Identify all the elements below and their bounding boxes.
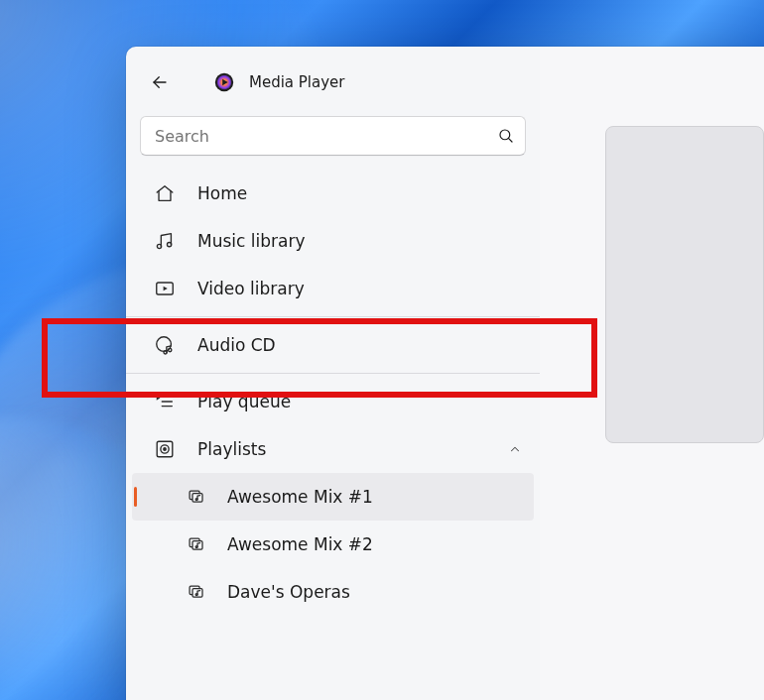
svg-point-19 [164, 448, 166, 450]
sidebar-item-label: Home [197, 183, 247, 203]
chevron-up-icon [508, 442, 522, 456]
svg-point-11 [164, 351, 167, 354]
svg-line-5 [508, 138, 512, 142]
playlist-icon [188, 487, 207, 507]
back-button[interactable] [144, 66, 176, 98]
playlists-icon [154, 438, 176, 460]
sidebar-item-label: Video library [197, 279, 305, 298]
svg-point-7 [167, 243, 171, 247]
sidebar-item-label: Play queue [197, 392, 291, 411]
playlists-sublist: Awesome Mix #1 Awesome Mix #2 Dave's Ope… [126, 473, 540, 616]
sidebar-item-label: Audio CD [197, 335, 276, 355]
playlist-item[interactable]: Awesome Mix #1 [132, 473, 534, 521]
sidebar-item-label: Playlists [197, 439, 266, 459]
playlist-label: Awesome Mix #2 [227, 534, 373, 554]
audio-cd-icon [154, 334, 176, 356]
sidebar-item-audio-cd[interactable]: Audio CD [126, 321, 540, 369]
divider [126, 373, 540, 374]
svg-point-6 [157, 244, 161, 248]
playlist-icon [188, 582, 207, 602]
sidebar-item-home[interactable]: Home [126, 170, 540, 217]
music-note-icon [154, 230, 176, 252]
search-box[interactable] [140, 116, 526, 156]
sidebar-item-play-queue[interactable]: Play queue [126, 378, 540, 425]
sidebar-item-label: Music library [197, 231, 305, 251]
sidebar-item-music-library[interactable]: Music library [126, 217, 540, 265]
search-input[interactable] [155, 127, 497, 146]
app-title: Media Player [249, 73, 345, 91]
title-bar: Media Player [126, 55, 540, 112]
svg-marker-9 [164, 287, 168, 292]
sidebar-item-video-library[interactable]: Video library [126, 265, 540, 312]
content-card-placeholder [605, 126, 764, 443]
content-area [540, 47, 764, 700]
svg-point-12 [169, 348, 172, 351]
app-window: Media Player Home Music library [126, 47, 764, 700]
arrow-left-icon [151, 73, 169, 91]
svg-marker-16 [157, 396, 161, 401]
play-queue-icon [154, 391, 176, 412]
video-icon [154, 278, 176, 299]
playlist-label: Dave's Operas [227, 582, 350, 602]
nav-list: Home Music library Video library Aud [126, 170, 540, 616]
divider [126, 316, 540, 317]
search-icon [497, 127, 515, 145]
home-icon [154, 182, 176, 204]
playlist-item[interactable]: Awesome Mix #2 [132, 521, 534, 568]
playlist-icon [188, 534, 207, 554]
sidebar-item-playlists[interactable]: Playlists [126, 425, 540, 473]
playlist-item[interactable]: Dave's Operas [132, 568, 534, 616]
sidebar: Media Player Home Music library [126, 47, 540, 700]
playlist-label: Awesome Mix #1 [227, 487, 373, 507]
media-player-app-icon [213, 71, 235, 93]
